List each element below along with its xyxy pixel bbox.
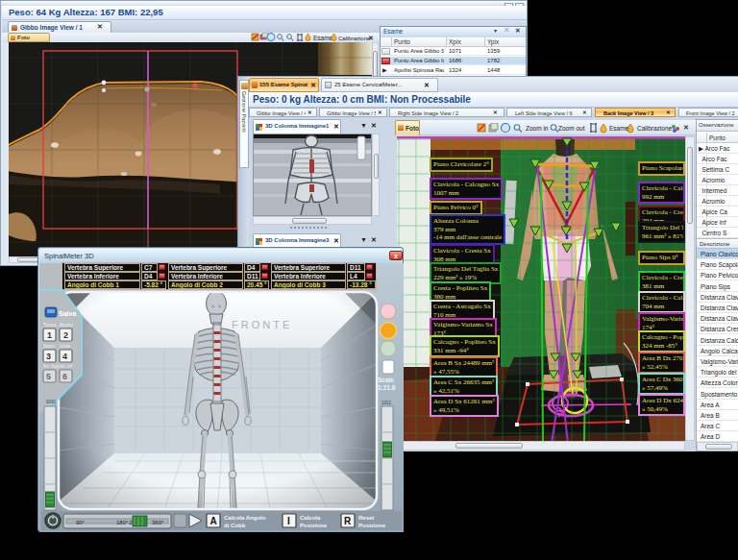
svg-text:5: 5: [46, 372, 51, 381]
svg-text:Linee: Linee: [60, 344, 71, 349]
svg-text:Bacino: Bacino: [60, 323, 73, 328]
svg-text:I: I: [287, 516, 290, 526]
svg-text:Esame: Esame: [313, 35, 333, 41]
svg-text:Calcola: Calcola: [300, 515, 321, 521]
svg-text:Posizione: Posizione: [300, 523, 328, 528]
svg-text:Torace: Torace: [43, 323, 57, 328]
svg-text:6: 6: [62, 372, 67, 381]
svg-text:1: 1: [47, 330, 52, 340]
svg-text:180°: 180°: [116, 520, 129, 525]
svg-text:Posizione: Posizione: [358, 523, 386, 528]
svg-text:di Cobb: di Cobb: [224, 523, 246, 528]
svg-text:Calibrazione: Calibrazione: [338, 36, 371, 41]
svg-text:Salva: Salva: [59, 310, 76, 317]
svg-text:Sacro: Sacro: [43, 344, 55, 349]
svg-text:Calcola Angolo: Calcola Angolo: [224, 515, 266, 521]
svg-text:Art. Inf: Art. Inf: [60, 364, 73, 369]
svg-text:Art. Sup: Art. Sup: [43, 364, 60, 369]
svg-text:1:21.8: 1:21.8: [378, 384, 396, 391]
svg-text:90°: 90°: [76, 520, 86, 525]
svg-text:2: 2: [63, 330, 68, 340]
svg-text:4: 4: [62, 352, 67, 361]
svg-text:Scale: Scale: [378, 377, 394, 383]
svg-text:Reset: Reset: [358, 515, 374, 521]
svg-text:360°: 360°: [152, 520, 164, 525]
svg-text:✕: ✕: [368, 35, 374, 41]
svg-text:9090: 9090: [46, 400, 57, 404]
svg-text:R: R: [344, 516, 352, 526]
svg-text:A: A: [210, 516, 217, 526]
svg-text:3: 3: [46, 352, 51, 361]
svg-text:1012: 1012: [381, 401, 392, 405]
